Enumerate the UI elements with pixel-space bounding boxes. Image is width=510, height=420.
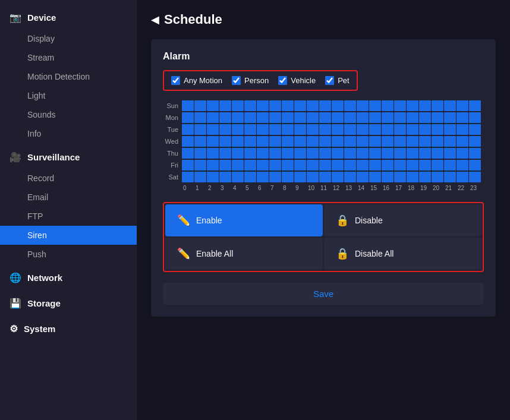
grid-cell[interactable] [269,136,281,147]
grid-cell[interactable] [319,100,331,111]
grid-cell[interactable] [394,172,406,182]
grid-cell[interactable] [419,124,431,135]
grid-cell[interactable] [344,124,356,135]
grid-cell[interactable] [207,100,219,111]
sidebar-item-email[interactable]: Email [0,188,137,207]
grid-cell[interactable] [382,136,393,147]
grid-cell[interactable] [382,124,393,135]
grid-cell[interactable] [432,172,443,182]
grid-cell[interactable] [469,124,481,135]
grid-cell[interactable] [219,148,231,159]
enable-all-button[interactable]: ✏️ Enable All [165,238,323,270]
grid-cell[interactable] [194,100,206,111]
grid-cell[interactable] [282,112,294,123]
grid-cell[interactable] [432,136,443,147]
grid-cell[interactable] [382,172,393,182]
enable-button[interactable]: ✏️ Enable [165,204,323,236]
grid-cell[interactable] [282,148,294,159]
grid-cell[interactable] [232,148,244,159]
grid-cell[interactable] [382,100,393,111]
grid-cell[interactable] [419,136,431,147]
sidebar-category-storage[interactable]: 💾 Storage [0,292,137,315]
grid-cell[interactable] [219,124,231,135]
grid-cell[interactable] [332,124,344,135]
checkbox-vehicle[interactable] [278,76,287,85]
sidebar-item-ftp[interactable]: FTP [0,207,137,226]
grid-cell[interactable] [357,148,369,159]
grid-cell[interactable] [369,136,381,147]
grid-cell[interactable] [369,172,381,182]
sidebar-item-record[interactable]: Record [0,169,137,188]
grid-cell[interactable] [344,148,356,159]
grid-cell[interactable] [294,148,306,159]
save-button[interactable]: Save [163,283,484,305]
grid-cell[interactable] [257,136,269,147]
grid-cell[interactable] [282,172,294,182]
grid-cell[interactable] [432,160,443,170]
grid-cell[interactable] [344,160,356,170]
grid-cell[interactable] [457,100,468,111]
disable-all-button[interactable]: 🔒 Disable All [324,238,481,270]
grid-cell[interactable] [332,112,344,123]
grid-cell[interactable] [219,160,231,170]
grid-cell[interactable] [444,136,456,147]
grid-cell[interactable] [407,124,418,135]
grid-cell[interactable] [419,100,431,111]
grid-cell[interactable] [269,124,281,135]
grid-cell[interactable] [469,136,481,147]
grid-cell[interactable] [357,136,369,147]
grid-cell[interactable] [419,112,431,123]
grid-cell[interactable] [319,136,331,147]
grid-cell[interactable] [244,100,256,111]
grid-cell[interactable] [357,172,369,182]
sidebar-item-push[interactable]: Push [0,245,137,264]
grid-cell[interactable] [182,160,194,170]
grid-cell[interactable] [182,112,194,123]
grid-cell[interactable] [457,160,468,170]
grid-cell[interactable] [332,100,344,111]
grid-cell[interactable] [432,112,443,123]
grid-cell[interactable] [307,124,319,135]
grid-cell[interactable] [444,172,456,182]
grid-cell[interactable] [307,172,319,182]
sidebar-item-siren[interactable]: Siren [0,226,137,245]
grid-cell[interactable] [444,112,456,123]
grid-cell[interactable] [294,100,306,111]
grid-cell[interactable] [219,100,231,111]
grid-cell[interactable] [194,136,206,147]
grid-cell[interactable] [182,136,194,147]
grid-cell[interactable] [332,148,344,159]
grid-cell[interactable] [369,124,381,135]
sidebar-category-device[interactable]: 📷 Device [0,6,137,29]
grid-cell[interactable] [444,124,456,135]
grid-cell[interactable] [194,112,206,123]
grid-cell[interactable] [282,136,294,147]
grid-cell[interactable] [457,172,468,182]
grid-cell[interactable] [269,112,281,123]
grid-cell[interactable] [407,112,418,123]
grid-cell[interactable] [307,136,319,147]
grid-cell[interactable] [307,160,319,170]
grid-cell[interactable] [394,112,406,123]
grid-cell[interactable] [369,112,381,123]
grid-cell[interactable] [207,112,219,123]
grid-cell[interactable] [294,112,306,123]
grid-cell[interactable] [294,160,306,170]
grid-cell[interactable] [207,160,219,170]
grid-cell[interactable] [269,160,281,170]
grid-cell[interactable] [469,160,481,170]
grid-cell[interactable] [344,112,356,123]
grid-cell[interactable] [219,172,231,182]
grid-cell[interactable] [282,124,294,135]
grid-cell[interactable] [444,148,456,159]
grid-cell[interactable] [369,100,381,111]
grid-cell[interactable] [294,136,306,147]
grid-cell[interactable] [394,136,406,147]
grid-cell[interactable] [307,112,319,123]
grid-cell[interactable] [407,148,418,159]
grid-cell[interactable] [219,112,231,123]
grid-cell[interactable] [394,148,406,159]
back-button[interactable]: ◀ [151,13,159,26]
grid-cell[interactable] [394,124,406,135]
grid-cell[interactable] [444,100,456,111]
